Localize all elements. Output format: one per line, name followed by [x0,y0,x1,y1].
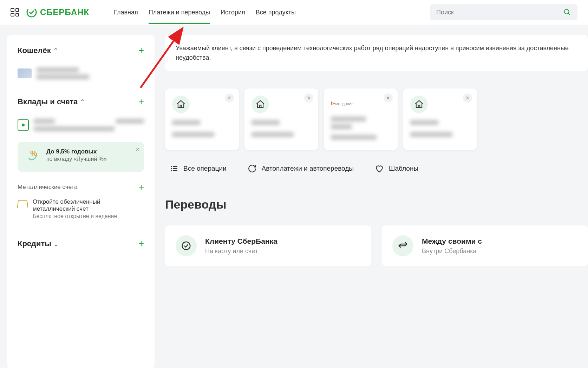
operation-tile[interactable]: × [165,88,239,150]
logo-text: СБЕРБАНК [40,7,89,17]
main-nav: Главная Платежи и переводы История Все п… [114,1,296,24]
heart-icon [375,164,384,173]
promo-card[interactable]: × % До 9,5% годовых по вкладу «Лучший %» [18,142,144,172]
chevron-down-icon: ⌃ [53,240,59,248]
autopayments-link[interactable]: Автоплатежи и автопереводы [248,164,354,173]
metal-section-title: Металлические счета [18,184,78,191]
nav-home[interactable]: Главная [114,1,138,24]
search-box[interactable] [430,4,577,20]
svg-point-7 [182,242,190,250]
open-metal-account[interactable]: Откройте обезличенный металлический счет… [7,198,155,219]
bank-card-icon [18,68,32,78]
metal-open-sub: Бесплатное открытие и ведение [33,213,144,219]
list-icon [170,164,178,173]
main-content: Уважаемый клиент, в связи с проведением … [165,35,588,368]
house-icon [172,96,190,113]
close-tile-button[interactable]: × [304,93,313,103]
sberbank-logo[interactable]: СБЕРБАНК [26,7,89,18]
transfer-between-own-card[interactable]: Между своими с Внутри Сбербанка [382,225,588,266]
metal-section-header: Металлические счета + [7,182,155,192]
percent-icon: % [26,148,40,165]
gold-bar-icon [17,201,28,208]
transfer-to-client-card[interactable]: Клиенту СберБанка На карту или счёт [165,225,371,266]
quick-links-row: Все операции Автоплатежи и автопереводы … [165,164,588,173]
transfers-heading: Переводы [165,198,588,211]
chevron-up-icon: ⌃ [80,98,85,106]
blurred-tile-text [331,117,391,140]
transfer-cards-row: Клиенту СберБанка На карту или счёт Межд… [165,225,588,266]
metal-open-title: Откройте обезличенный металлический счет [33,198,144,212]
operation-tile[interactable]: × t+МОРДОВИЯ [324,88,398,150]
promo-subtitle: по вкладу «Лучший %» [46,156,107,162]
blurred-deposit-info [34,119,144,131]
close-tile-button[interactable]: × [384,93,393,103]
svg-point-6 [171,170,172,171]
credits-section-header: Кредиты ⌃ + [18,239,144,249]
transfer-card-title: Между своими с [422,237,482,245]
nav-payments[interactable]: Платежи и переводы [149,1,210,24]
nav-products[interactable]: Все продукты [256,1,296,24]
svg-text:%: % [30,149,37,158]
svg-point-1 [564,9,569,14]
promo-title: До 9,5% годовых [46,148,107,155]
credits-title[interactable]: Кредиты ⌃ [18,239,59,248]
house-icon [410,96,428,113]
logo-icon [26,7,37,18]
blurred-tile-text [172,120,232,137]
operation-tile[interactable]: × [403,88,477,150]
svg-point-4 [171,166,172,167]
search-input[interactable] [436,9,559,16]
alert-notice: Уважаемый клиент, в связи с проведением … [165,35,588,71]
top-header: СБЕРБАНК Главная Платежи и переводы Исто… [0,0,588,25]
refresh-icon [248,164,257,173]
chevron-up-icon: ⌃ [53,47,58,54]
operation-tiles: × × × [165,88,588,150]
sidebar: Кошелёк ⌃ + Вклады и счета ⌃ + [7,35,155,368]
nav-history[interactable]: История [221,1,245,24]
deposit-row[interactable] [18,115,144,135]
add-deposit-button[interactable]: + [138,97,144,107]
tplus-logo: t+МОРДОВИЯ [331,96,391,106]
close-promo-button[interactable]: × [136,145,140,153]
house-icon [251,96,269,113]
templates-link[interactable]: Шаблоны [375,164,418,173]
deposit-icon [18,119,29,131]
wallet-card-row[interactable] [18,64,144,83]
blurred-tile-text [251,120,311,137]
transfer-card-title: Клиенту СберБанка [205,237,277,245]
check-circle-icon [176,235,197,256]
swap-icon [392,235,413,256]
transfer-card-sub: Внутри Сбербанка [422,248,482,255]
search-icon [563,8,571,16]
svg-point-5 [171,168,172,169]
add-wallet-button[interactable]: + [138,46,144,55]
deposits-title[interactable]: Вклады и счета ⌃ [18,97,85,106]
divider [7,230,155,230]
close-tile-button[interactable]: × [463,93,472,103]
add-credit-button[interactable]: + [138,239,144,249]
add-metal-button[interactable]: + [138,182,144,192]
wallet-title[interactable]: Кошелёк ⌃ [18,46,58,55]
operation-tile[interactable]: × [244,88,318,150]
blurred-tile-text [410,120,470,137]
apps-grid-icon[interactable] [11,8,19,17]
deposits-section-header: Вклады и счета ⌃ + [18,97,144,107]
transfer-card-sub: На карту или счёт [205,248,277,255]
all-operations-link[interactable]: Все операции [170,164,227,173]
wallet-section-header: Кошелёк ⌃ + [18,46,144,55]
close-tile-button[interactable]: × [225,93,234,103]
blurred-card-info [37,67,89,79]
